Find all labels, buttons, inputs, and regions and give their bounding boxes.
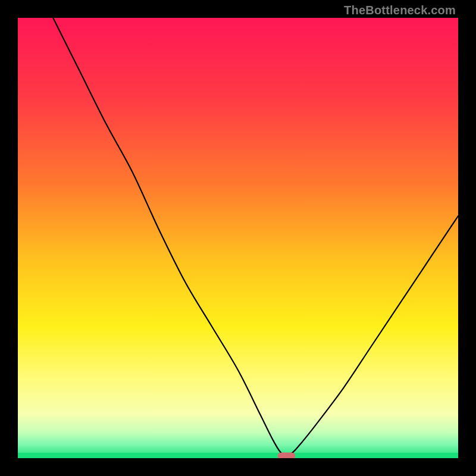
chart-frame: TheBottleneck.com <box>0 0 476 476</box>
optimal-marker <box>278 452 296 458</box>
watermark-text: TheBottleneck.com <box>344 4 456 17</box>
bottleneck-curve <box>18 18 458 458</box>
plot-area <box>18 18 458 458</box>
